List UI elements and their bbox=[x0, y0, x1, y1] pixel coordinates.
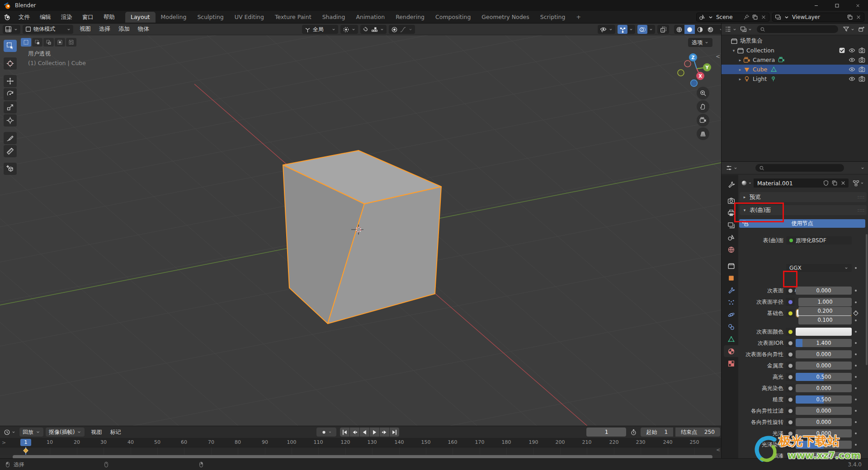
mesh-icon[interactable] bbox=[770, 66, 777, 73]
outliner-search-input[interactable] bbox=[757, 25, 838, 33]
cube-object[interactable] bbox=[283, 150, 441, 324]
keyframe-dot[interactable] bbox=[855, 331, 857, 333]
next-keyframe-button[interactable] bbox=[380, 428, 389, 437]
properties-tab-world[interactable] bbox=[724, 244, 738, 255]
scene-selector[interactable]: Scene bbox=[696, 13, 769, 22]
slider-各向异性过滤[interactable]: 0.000 bbox=[796, 407, 852, 415]
socket-icon[interactable] bbox=[786, 362, 795, 370]
socket-icon[interactable] bbox=[786, 373, 795, 381]
proportional-edit-toggle[interactable] bbox=[391, 26, 398, 33]
workspace-tab-+[interactable]: + bbox=[571, 12, 586, 23]
outliner-editor-select[interactable] bbox=[724, 26, 738, 33]
timeline-editor-select[interactable] bbox=[3, 429, 17, 436]
show-gizmos-toggle[interactable] bbox=[618, 25, 627, 34]
previous-keyframe-button[interactable] bbox=[350, 428, 359, 437]
jump-to-end-button[interactable] bbox=[390, 428, 399, 437]
keyframe-dot[interactable] bbox=[855, 267, 857, 269]
timeline-channels[interactable] bbox=[0, 447, 721, 455]
timeline-menu-视图[interactable]: 视图 bbox=[87, 428, 106, 436]
socket-icon[interactable] bbox=[786, 328, 795, 336]
expander-icon[interactable]: ▸ bbox=[737, 77, 743, 81]
tool-select-box[interactable] bbox=[4, 40, 17, 52]
properties-tab-tool[interactable] bbox=[724, 179, 738, 190]
tool-rotate[interactable] bbox=[4, 88, 17, 100]
close-button[interactable] bbox=[847, 0, 868, 11]
value-field[interactable]: 0.100 bbox=[798, 316, 852, 324]
eye-toggle[interactable] bbox=[849, 56, 855, 63]
unlink-scene-icon[interactable] bbox=[760, 14, 767, 20]
tool-cursor[interactable] bbox=[4, 57, 17, 70]
properties-tab-object[interactable] bbox=[724, 272, 738, 284]
camback-toggle[interactable] bbox=[859, 56, 865, 63]
tool-move[interactable] bbox=[4, 75, 17, 87]
keyframe-dot[interactable] bbox=[855, 376, 857, 378]
timeline-menu-回放[interactable]: 回放 bbox=[19, 428, 43, 437]
expander-icon[interactable]: ▸ bbox=[737, 67, 743, 72]
properties-tab-physics[interactable] bbox=[724, 309, 738, 320]
viewport-menu-添加[interactable]: 添加 bbox=[114, 25, 134, 33]
socket-icon[interactable] bbox=[786, 418, 795, 426]
slider-各向异性旋转[interactable]: 0.000 bbox=[796, 418, 852, 426]
timeline-menu-抠像(插帧)[interactable]: 抠像(插帧) bbox=[46, 428, 85, 437]
play-button[interactable] bbox=[370, 428, 379, 437]
outliner-row-场景集合[interactable]: 场景集合 bbox=[722, 36, 868, 46]
tool-measure[interactable] bbox=[4, 145, 17, 157]
view-layer-selector[interactable]: ViewLayer bbox=[772, 13, 864, 22]
properties-tab-modifiers[interactable] bbox=[724, 284, 738, 296]
tool-add-cube[interactable] bbox=[4, 163, 17, 175]
snap-magnet-toggle[interactable] bbox=[363, 26, 369, 33]
camback-toggle[interactable] bbox=[859, 47, 865, 54]
properties-options-icon[interactable] bbox=[860, 166, 865, 170]
expander-icon[interactable]: ▾ bbox=[731, 48, 737, 53]
keyframe-dot[interactable] bbox=[855, 353, 857, 355]
snap-target-icon[interactable] bbox=[371, 26, 378, 33]
color-swatch-次表面颜色[interactable] bbox=[796, 328, 852, 336]
editor-type-select[interactable] bbox=[3, 25, 20, 34]
expander-icon[interactable]: ▸ bbox=[737, 58, 743, 62]
slider-次表面各向异性[interactable]: 0.000 bbox=[796, 350, 852, 358]
minimize-button[interactable] bbox=[806, 0, 826, 11]
menu-编辑[interactable]: 编辑 bbox=[35, 11, 56, 24]
transform-orientation-select[interactable]: 全局 bbox=[302, 25, 338, 34]
overlays-dropdown-icon[interactable] bbox=[649, 27, 653, 32]
select-mode-subtract[interactable] bbox=[43, 38, 54, 47]
keyframe-dot[interactable] bbox=[855, 410, 857, 412]
shading-dropdown-icon[interactable] bbox=[716, 25, 721, 34]
current-frame-badge[interactable]: 1 bbox=[20, 439, 31, 446]
socket-icon[interactable] bbox=[786, 350, 795, 358]
menu-窗口[interactable]: 窗口 bbox=[77, 11, 99, 24]
properties-tab-constraints[interactable] bbox=[724, 321, 738, 333]
camera-view-button[interactable] bbox=[697, 114, 709, 127]
outliner-display-mode-select[interactable] bbox=[739, 26, 753, 33]
viewport-3d[interactable]: 物体模式 视图选择添加物体 全局 bbox=[0, 24, 721, 426]
menu-帮助[interactable]: 帮助 bbox=[99, 11, 120, 24]
keyframe-dot[interactable] bbox=[855, 387, 857, 389]
duplicate-material-icon[interactable] bbox=[831, 180, 838, 186]
workspace-tab-Scripting[interactable]: Scripting bbox=[535, 12, 571, 23]
slider-金属度[interactable]: 0.000 bbox=[796, 362, 852, 370]
fake-user-shield-icon[interactable] bbox=[823, 180, 829, 186]
material-browse-button[interactable] bbox=[739, 179, 754, 188]
show-overlays-toggle[interactable] bbox=[637, 25, 647, 34]
properties-tab-collection[interactable] bbox=[724, 260, 738, 272]
pivot-point-select[interactable] bbox=[340, 25, 358, 34]
orthographic-toggle-button[interactable] bbox=[697, 127, 709, 140]
timeline-menu-标记[interactable]: 标记 bbox=[106, 428, 125, 436]
check-toggle[interactable] bbox=[839, 47, 845, 54]
socket-icon[interactable] bbox=[786, 287, 795, 295]
camback-toggle[interactable] bbox=[859, 66, 865, 73]
node-filter-button[interactable] bbox=[851, 179, 865, 188]
keyframe-dot[interactable] bbox=[855, 365, 857, 367]
workspace-tab-Sculpting[interactable]: Sculpting bbox=[192, 12, 229, 23]
value-field[interactable]: 0.200 bbox=[798, 307, 852, 315]
keyframe-dot[interactable] bbox=[855, 290, 857, 291]
value-field[interactable]: 1.000 bbox=[798, 298, 852, 306]
new-collection-button[interactable] bbox=[857, 26, 866, 33]
select-mode-new[interactable] bbox=[21, 38, 31, 47]
eye-toggle[interactable] bbox=[849, 66, 855, 73]
outliner-row-Cube[interactable]: ▸Cube bbox=[722, 65, 868, 74]
workspace-tab-Compositing[interactable]: Compositing bbox=[430, 12, 476, 23]
pin-icon[interactable] bbox=[743, 14, 750, 20]
new-view-layer-icon[interactable] bbox=[847, 14, 853, 20]
blender-menu-icon[interactable] bbox=[0, 13, 14, 21]
